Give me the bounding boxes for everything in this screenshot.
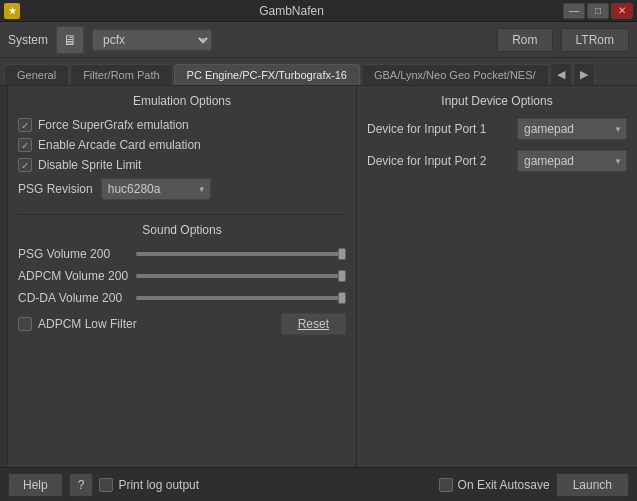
titlebar: ★ GambNafen — □ ✕: [0, 0, 637, 22]
cdda-volume-row: CD-DA Volume 200: [18, 291, 346, 305]
titlebar-buttons: — □ ✕: [563, 3, 633, 19]
on-exit-checkbox[interactable]: [439, 478, 453, 492]
psg-volume-fill: [136, 252, 346, 256]
sound-title: Sound Options: [18, 223, 346, 237]
cdda-volume-label: CD-DA Volume 200: [18, 291, 128, 305]
device-port-2-row: Device for Input Port 2 gamepad: [367, 150, 627, 172]
app-icon: ★: [4, 3, 20, 19]
psg-select-wrapper[interactable]: huc6280a: [101, 178, 211, 200]
tab-scroll-left[interactable]: ◀: [550, 63, 572, 85]
adpcm-volume-label: ADPCM Volume 200: [18, 269, 128, 283]
adpcm-volume-thumb[interactable]: [338, 270, 346, 282]
device-port-2-select-wrapper[interactable]: gamepad: [517, 150, 627, 172]
adpcm-low-filter-label: ADPCM Low Filter: [38, 317, 137, 331]
tab-filter-rom[interactable]: Filter/Rom Path: [70, 64, 172, 85]
emulation-section: Emulation Options Force SuperGrafx emula…: [18, 94, 346, 200]
left-accent: [0, 86, 8, 467]
psg-volume-label: PSG Volume 200: [18, 247, 128, 261]
question-button[interactable]: ?: [69, 473, 94, 497]
device-port-1-row: Device for Input Port 1 gamepad: [367, 118, 627, 140]
adpcm-filter-checkbox-row: ADPCM Low Filter: [18, 317, 137, 331]
tabbar: General Filter/Rom Path PC Engine/PC-FX/…: [0, 58, 637, 86]
device-port-2-label: Device for Input Port 2: [367, 154, 486, 168]
launch-button[interactable]: Launch: [556, 473, 629, 497]
rom-button[interactable]: Rom: [497, 28, 552, 52]
window-title: GambNafen: [20, 4, 563, 18]
cdda-volume-track[interactable]: [136, 296, 346, 300]
disable-sprite-row: Disable Sprite Limit: [18, 158, 346, 172]
adpcm-volume-track[interactable]: [136, 274, 346, 278]
system-select[interactable]: pcfx: [92, 29, 212, 51]
sound-section: Sound Options PSG Volume 200 ADPCM Volum…: [18, 223, 346, 335]
psg-volume-row: PSG Volume 200: [18, 247, 346, 261]
divider-1: [18, 214, 346, 215]
print-log-label: Print log output: [118, 478, 199, 492]
force-supergrafx-row: Force SuperGrafx emulation: [18, 118, 346, 132]
adpcm-volume-row: ADPCM Volume 200: [18, 269, 346, 283]
right-panel: Input Device Options Device for Input Po…: [357, 86, 637, 467]
enable-arcade-label: Enable Arcade Card emulation: [38, 138, 201, 152]
device-port-2-select[interactable]: gamepad: [517, 150, 627, 172]
psg-revision-select[interactable]: huc6280a: [101, 178, 211, 200]
on-exit-row: On Exit Autosave: [439, 478, 550, 492]
device-port-1-select[interactable]: gamepad: [517, 118, 627, 140]
psg-volume-track[interactable]: [136, 252, 346, 256]
disable-sprite-label: Disable Sprite Limit: [38, 158, 141, 172]
help-button[interactable]: Help: [8, 473, 63, 497]
reset-button[interactable]: Reset: [281, 313, 346, 335]
system-icon: 🖥: [56, 26, 84, 54]
tab-general[interactable]: General: [4, 64, 69, 85]
ltrom-button[interactable]: LTRom: [561, 28, 629, 52]
emulation-title: Emulation Options: [18, 94, 346, 108]
disable-sprite-checkbox[interactable]: [18, 158, 32, 172]
device-port-1-select-wrapper[interactable]: gamepad: [517, 118, 627, 140]
tab-pc-engine[interactable]: PC Engine/PC-FX/Turbografx-16: [174, 64, 360, 85]
adpcm-low-filter-checkbox[interactable]: [18, 317, 32, 331]
tab-scroll-right[interactable]: ▶: [573, 63, 595, 85]
cdda-volume-thumb[interactable]: [338, 292, 346, 304]
enable-arcade-row: Enable Arcade Card emulation: [18, 138, 346, 152]
cdda-volume-fill: [136, 296, 346, 300]
minimize-button[interactable]: —: [563, 3, 585, 19]
bottombar: Help ? Print log output On Exit Autosave…: [0, 467, 637, 501]
system-select-wrapper[interactable]: pcfx: [92, 29, 212, 51]
print-log-row: Print log output: [99, 478, 199, 492]
force-supergrafx-checkbox[interactable]: [18, 118, 32, 132]
systembar: System 🖥 pcfx Rom LTRom: [0, 22, 637, 58]
input-device-title: Input Device Options: [367, 94, 627, 108]
adpcm-filter-row: ADPCM Low Filter Reset: [18, 313, 346, 335]
main-content: Emulation Options Force SuperGrafx emula…: [0, 86, 637, 467]
close-button[interactable]: ✕: [611, 3, 633, 19]
device-port-1-label: Device for Input Port 1: [367, 122, 486, 136]
left-panel: Emulation Options Force SuperGrafx emula…: [8, 86, 357, 467]
psg-revision-label: PSG Revision: [18, 182, 93, 196]
on-exit-label: On Exit Autosave: [458, 478, 550, 492]
enable-arcade-checkbox[interactable]: [18, 138, 32, 152]
psg-volume-thumb[interactable]: [338, 248, 346, 260]
force-supergrafx-label: Force SuperGrafx emulation: [38, 118, 189, 132]
print-log-checkbox[interactable]: [99, 478, 113, 492]
tab-gba[interactable]: GBA/Lynx/Neo Geo Pocket/NES/: [361, 64, 549, 85]
system-label: System: [8, 33, 48, 47]
psg-revision-row: PSG Revision huc6280a: [18, 178, 346, 200]
maximize-button[interactable]: □: [587, 3, 609, 19]
adpcm-volume-fill: [136, 274, 346, 278]
